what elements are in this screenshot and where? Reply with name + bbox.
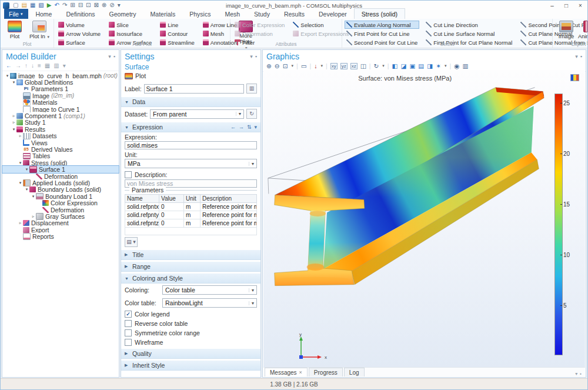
- orthographic-projection-icon[interactable]: ◫: [360, 62, 366, 69]
- rotate-icon[interactable]: ↻: [374, 62, 379, 69]
- copy-icon[interactable]: ⊞: [70, 2, 75, 8]
- zoom-extents-icon[interactable]: ▭: [301, 62, 307, 69]
- tab-study[interactable]: Study: [247, 9, 277, 19]
- tab-log[interactable]: Log: [344, 368, 365, 376]
- section-expression[interactable]: ▼Expression ← → ⇅ ▾: [121, 122, 260, 132]
- tree-item-component1[interactable]: ▹Component 1(comp1): [2, 112, 119, 119]
- maximize-button[interactable]: □: [559, 2, 573, 9]
- scene-light-icon[interactable]: ◧: [392, 62, 398, 69]
- tree-item-stress-solid[interactable]: ▾Stress (solid): [2, 159, 119, 166]
- tree-item-derived-values[interactable]: 85Derived Values: [2, 146, 119, 152]
- color-legend-checkbox[interactable]: ✓: [125, 311, 132, 318]
- table-row[interactable]: solid.refpntx0 mReference point for mome…: [125, 203, 257, 211]
- tree-item-global-definitions[interactable]: ▾Global Definitions: [2, 79, 119, 85]
- contour-button[interactable]: Contour: [158, 29, 196, 38]
- tab-progress[interactable]: Progress: [309, 368, 343, 376]
- cut-line-direction-button[interactable]: Cut Line Direction: [424, 21, 514, 29]
- col-description[interactable]: Description: [201, 195, 257, 203]
- view-xz-icon[interactable]: xz: [350, 63, 358, 69]
- coloring-select[interactable]: Color table▼: [162, 285, 257, 295]
- reverse-color-table-checkbox[interactable]: [125, 320, 132, 327]
- color-table-select[interactable]: RainbowLight▼: [162, 298, 257, 308]
- expand-all-icon[interactable]: ▦: [45, 62, 50, 69]
- environment-icon[interactable]: ▣: [409, 62, 415, 69]
- go-to-source-icon[interactable]: ↻: [246, 109, 257, 119]
- tree-item-study1[interactable]: ▹Study 1: [2, 119, 119, 126]
- label-input[interactable]: [144, 84, 244, 94]
- section-title[interactable]: ▶Title: [121, 249, 260, 260]
- tree-item-applied-loads[interactable]: ▾Applied Loads (solid): [2, 179, 119, 186]
- slice-button[interactable]: Slice: [107, 21, 153, 29]
- panel-pin-icon[interactable]: ▪: [580, 54, 582, 59]
- tree-item-parameters[interactable]: PiParameters 1: [2, 86, 119, 92]
- run-icon[interactable]: ▶: [47, 2, 52, 8]
- tree-item-image-to-curve[interactable]: Image to Curve 1: [2, 106, 119, 112]
- tree-item-reports[interactable]: Reports: [2, 233, 119, 239]
- evaluate-along-normal-button[interactable]: Evaluate Along Normal: [345, 21, 419, 29]
- section-quality[interactable]: ▶Quality: [121, 348, 260, 359]
- insert-expression-caret[interactable]: ▾: [254, 124, 257, 130]
- unit-select[interactable]: MPa▼: [125, 159, 257, 168]
- tree-item-root[interactable]: ▾image_to_curve_h_beam.mph(root): [2, 72, 119, 79]
- col-value[interactable]: Value: [159, 195, 184, 203]
- col-name[interactable]: Name: [125, 195, 159, 203]
- open-icon[interactable]: ▤: [21, 2, 26, 8]
- reset-icon[interactable]: ⊘: [109, 2, 114, 8]
- panel-menu-caret[interactable]: ▾: [108, 54, 111, 59]
- tab-stress-solid[interactable]: Stress (solid): [354, 8, 405, 19]
- show-options-caret[interactable]: ▾: [63, 62, 66, 69]
- move-down-icon[interactable]: ↓: [31, 62, 34, 69]
- table-toolbar-button[interactable]: ▤ ▾: [125, 237, 138, 247]
- view-yz-icon[interactable]: yz: [340, 63, 348, 69]
- save-icon[interactable]: ▦: [30, 2, 35, 8]
- isosurface-button[interactable]: Isosurface: [107, 29, 153, 38]
- tree-item-surface1[interactable]: ▾Surface 1: [2, 166, 119, 172]
- tab-mesh[interactable]: Mesh: [218, 9, 247, 19]
- line-button[interactable]: Line: [158, 21, 196, 29]
- expression-input[interactable]: [125, 141, 257, 149]
- replace-expression-icon[interactable]: ⇅: [247, 124, 252, 130]
- plot-area[interactable]: Surface: von Mises stress (MPa): [263, 70, 585, 368]
- zoom-box-icon[interactable]: ⊡: [283, 62, 288, 69]
- console-caret-icon[interactable]: ▾: [575, 371, 577, 376]
- table-row[interactable]: solid.refpntz0 mReference point for mome…: [125, 219, 257, 228]
- tree-item-color-expression[interactable]: Color Expression: [2, 199, 119, 206]
- tree-item-boundary-loads[interactable]: ▾Boundary Loads (solid): [2, 186, 119, 193]
- close-button[interactable]: ×: [573, 2, 587, 9]
- tab-physics[interactable]: Physics: [182, 9, 218, 19]
- zoom-in-icon[interactable]: ⊕: [266, 62, 272, 69]
- tree-item-tables[interactable]: Tables: [2, 153, 119, 159]
- undo-icon[interactable]: ↶: [55, 2, 59, 8]
- back-icon[interactable]: ←: [6, 62, 12, 69]
- move-up-icon[interactable]: ↑: [25, 62, 28, 69]
- tree-item-datasets[interactable]: ▹Datasets: [2, 133, 119, 139]
- paste-icon[interactable]: ⊟: [78, 2, 83, 8]
- go-to-default-view-icon[interactable]: ↓: [314, 62, 317, 69]
- tree-item-results[interactable]: ▾Results: [2, 126, 119, 132]
- grid-icon[interactable]: ▤: [418, 62, 424, 69]
- tree-item-displacement[interactable]: ▹Displacement: [2, 220, 119, 226]
- tab-geometry[interactable]: Geometry: [102, 9, 143, 19]
- prev-expression-icon[interactable]: ←: [230, 124, 236, 130]
- tree-item-export[interactable]: Export: [2, 226, 119, 233]
- tree-item-gray-surfaces[interactable]: ▹Gray Surfaces: [2, 213, 119, 219]
- panel-menu-caret[interactable]: ▾: [575, 54, 578, 59]
- section-coloring-style[interactable]: ▼Coloring and Style: [121, 273, 260, 284]
- delete-icon[interactable]: ⊠: [93, 2, 98, 8]
- tab-messages[interactable]: Messages×: [265, 368, 308, 376]
- settings-plot-button[interactable]: Plot: [121, 72, 260, 82]
- redo-icon[interactable]: ↷: [62, 2, 67, 8]
- new-file-icon[interactable]: ▢: [13, 2, 18, 8]
- tab-home[interactable]: Home: [28, 9, 59, 19]
- scene-color-icon[interactable]: ◪: [400, 62, 406, 69]
- print-icon[interactable]: ▥: [462, 62, 468, 69]
- dataset-select[interactable]: From parent▼: [150, 109, 244, 119]
- tab-materials[interactable]: Materials: [143, 9, 183, 19]
- arrow-volume-button[interactable]: Arrow Volume: [56, 29, 102, 38]
- col-unit[interactable]: Unit: [184, 195, 201, 203]
- snapshot-icon[interactable]: ◉: [454, 62, 459, 69]
- view-xy-icon[interactable]: xy: [330, 63, 338, 69]
- table-row[interactable]: solid.refpnty0 mReference point for mome…: [125, 211, 257, 219]
- section-range[interactable]: ▶Range: [121, 261, 260, 272]
- model-tree-node-icon[interactable]: ▥: [54, 62, 59, 69]
